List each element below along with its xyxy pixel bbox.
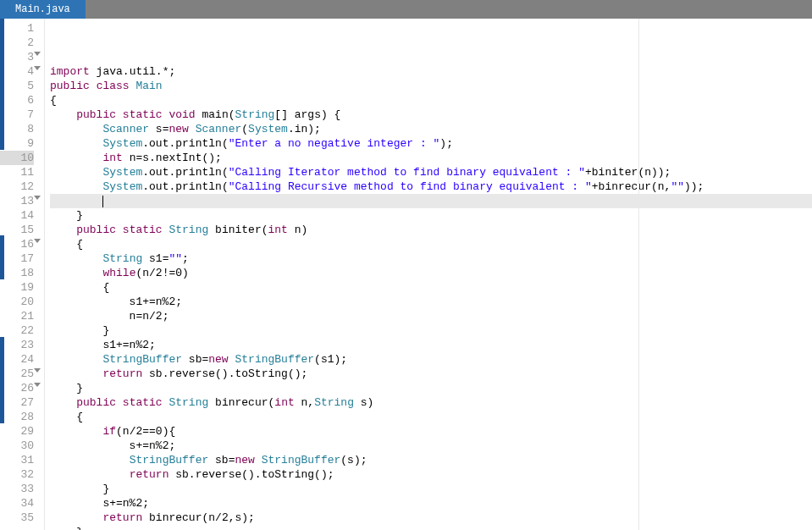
code-line[interactable]: System.out.println("Calling Recursive me… — [50, 179, 812, 194]
gutter-line: 23 — [0, 338, 34, 352]
tab-filename: Main.java — [15, 3, 70, 15]
code-line[interactable]: { — [50, 280, 812, 295]
gutter-line: 29 — [0, 424, 34, 439]
token-punc — [50, 396, 76, 409]
token-method: biniter — [215, 224, 262, 236]
code-line[interactable]: String s1=""; — [50, 251, 812, 266]
token-punc: (). — [215, 367, 235, 380]
token-str: "Calling Recursive method to find binary… — [229, 180, 592, 193]
gutter-line: 13 — [0, 194, 34, 208]
code-line[interactable]: Scanner s=new Scanner(System.in); — [50, 122, 812, 136]
token-kw: static — [123, 108, 163, 121]
code-line[interactable]: n=n/2; — [50, 309, 812, 323]
token-kw: static — [123, 224, 163, 236]
token-punc — [142, 511, 149, 524]
code-line[interactable]: public static String biniter(int n) — [50, 223, 812, 237]
code-line[interactable]: StringBuffer sb=new StringBuffer(s); — [50, 453, 812, 467]
gutter-line: 31 — [0, 453, 34, 467]
token-method: nextInt — [156, 152, 202, 164]
code-line[interactable]: public class Main — [50, 79, 812, 93]
token-punc — [50, 166, 102, 179]
token-kw: new — [168, 123, 188, 135]
fold-toggle-icon[interactable] — [34, 66, 41, 70]
token-punc: ; — [149, 339, 156, 351]
token-ident: 0 — [175, 267, 182, 279]
token-type: System — [102, 166, 142, 179]
token-punc: . — [123, 65, 130, 78]
code-line[interactable]: s1+=n%2; — [50, 295, 812, 309]
code-line[interactable]: } — [50, 525, 812, 530]
code-line[interactable]: { — [50, 93, 812, 108]
token-kw: return — [102, 511, 142, 524]
code-line[interactable]: return binrecur(n/2,s); — [50, 511, 812, 525]
token-method: binrecur — [149, 511, 202, 524]
token-kw: static — [123, 396, 163, 409]
code-line[interactable]: } — [50, 323, 812, 338]
fold-toggle-icon[interactable] — [34, 383, 41, 387]
token-kw: class — [97, 80, 130, 92]
token-kw: return — [102, 367, 142, 380]
code-line[interactable]: System.out.println("Enter a no negative … — [50, 136, 812, 151]
code-line[interactable]: { — [50, 410, 812, 424]
token-punc: sb= — [208, 454, 235, 467]
token-method: reverse — [168, 367, 215, 380]
code-line[interactable]: s+=n%2; — [50, 439, 812, 453]
code-line[interactable]: StringBuffer sb=new StringBuffer(s1); — [50, 352, 812, 367]
code-area[interactable]: import java.util.*;public class Main{ pu… — [45, 19, 812, 530]
gutter-line: 33 — [0, 482, 34, 496]
token-kw: public — [76, 108, 116, 121]
fold-toggle-icon[interactable] — [34, 368, 41, 373]
code-line[interactable]: public static String binrecur(int n,Stri… — [50, 395, 812, 410]
token-punc: s+=n% — [50, 497, 135, 510]
code-line[interactable]: } — [50, 381, 812, 395]
code-line[interactable]: return sb.reverse().toString(); — [50, 367, 812, 381]
fold-toggle-icon[interactable] — [34, 239, 41, 243]
code-line[interactable]: { — [50, 237, 812, 251]
token-punc: s= — [149, 123, 168, 135]
gutter-line: 3 — [0, 50, 34, 64]
code-line[interactable]: while(n/2!=0) — [50, 266, 812, 280]
token-punc: { — [50, 411, 83, 423]
code-line[interactable]: int n=s.nextInt(); — [50, 151, 812, 165]
code-line[interactable]: s+=n%2; — [50, 496, 812, 511]
token-punc — [50, 454, 130, 467]
token-punc: == — [142, 425, 156, 438]
gutter-line: 30 — [0, 439, 34, 453]
gutter-line: 11 — [0, 165, 34, 179]
token-punc: sb. — [168, 468, 195, 481]
token-punc: ; — [142, 497, 149, 510]
token-punc — [50, 468, 130, 481]
token-punc: . — [142, 137, 149, 150]
gutter-line: 28 — [0, 410, 34, 424]
code-line[interactable]: public static void main(String[] args) { — [50, 108, 812, 122]
token-type: String — [314, 396, 354, 409]
fold-toggle-icon[interactable] — [34, 52, 41, 56]
code-line[interactable]: } — [50, 208, 812, 223]
code-line[interactable]: s1+=n%2; — [50, 338, 812, 352]
fold-toggle-icon[interactable] — [34, 196, 41, 200]
token-punc: ) — [182, 267, 189, 279]
scroll-indicator — [0, 19, 4, 150]
token-punc: + — [592, 180, 599, 193]
token-punc — [50, 152, 102, 164]
token-punc: n) — [288, 224, 307, 236]
code-line[interactable]: if(n/2==0){ — [50, 424, 812, 439]
code-line[interactable] — [50, 194, 812, 208]
code-line[interactable]: return sb.reverse().toString(); — [50, 467, 812, 482]
token-type: System — [248, 123, 288, 135]
code-line[interactable]: System.out.println("Calling Iterator met… — [50, 165, 812, 179]
code-line[interactable]: } — [50, 482, 812, 496]
gutter-line: 18 — [0, 266, 34, 280]
tab-main-java[interactable]: Main.java — [0, 0, 86, 19]
code-line[interactable]: import java.util.*; — [50, 64, 812, 79]
gutter-line: 19 — [0, 280, 34, 295]
token-punc: ( — [222, 166, 229, 179]
token-punc: n=n/ — [50, 310, 156, 323]
token-punc — [50, 224, 76, 236]
token-type: StringBuffer — [235, 353, 314, 366]
gutter-line: 4 — [0, 64, 34, 79]
token-kw: import — [50, 65, 90, 78]
token-str: "Enter a no negative integer : " — [229, 137, 440, 150]
token-method: main — [202, 108, 229, 121]
token-punc: { — [50, 281, 109, 294]
